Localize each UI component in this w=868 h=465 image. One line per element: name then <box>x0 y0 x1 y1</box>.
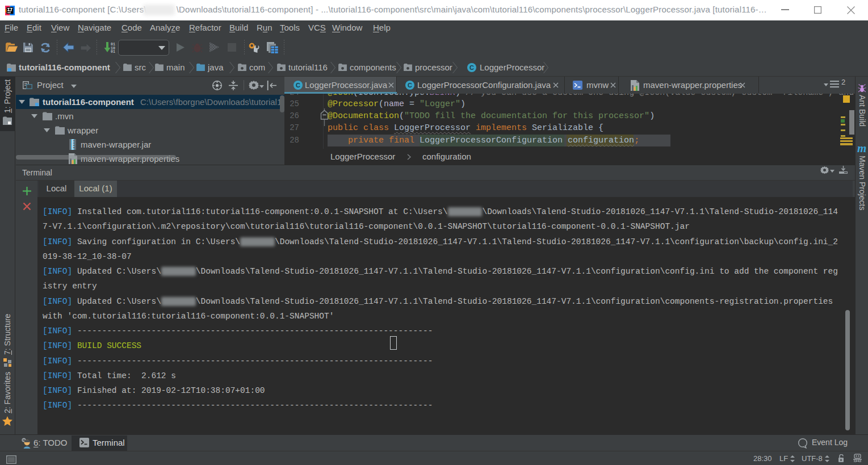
svg-text:C: C <box>469 64 474 71</box>
svg-text:C: C <box>408 82 412 89</box>
svg-text:01: 01 <box>111 50 115 53</box>
svg-text:C: C <box>296 82 300 89</box>
